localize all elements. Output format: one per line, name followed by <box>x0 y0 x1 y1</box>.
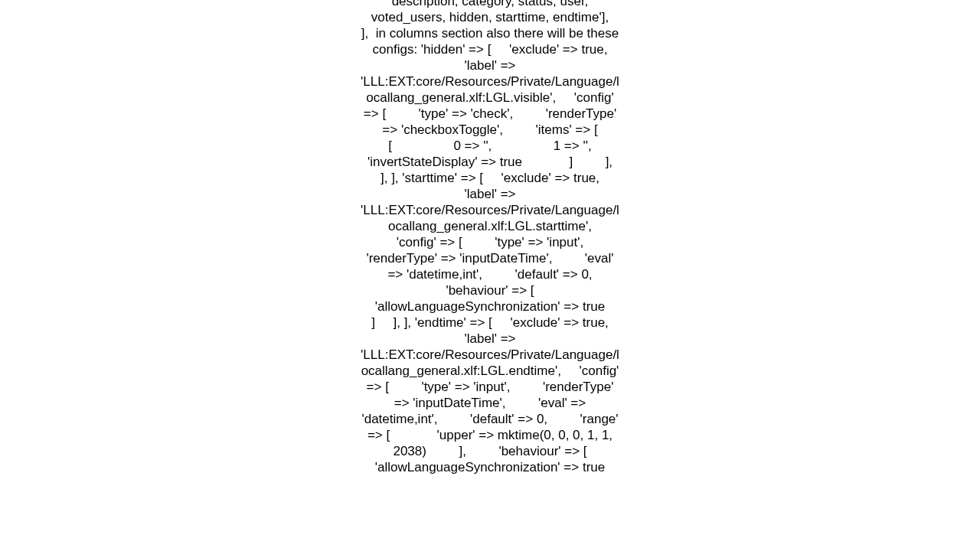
page: 'types' => [ '1' => ['showitem' => 'titl… <box>0 0 980 551</box>
code-text-block: 'types' => [ '1' => ['showitem' => 'titl… <box>360 0 620 475</box>
